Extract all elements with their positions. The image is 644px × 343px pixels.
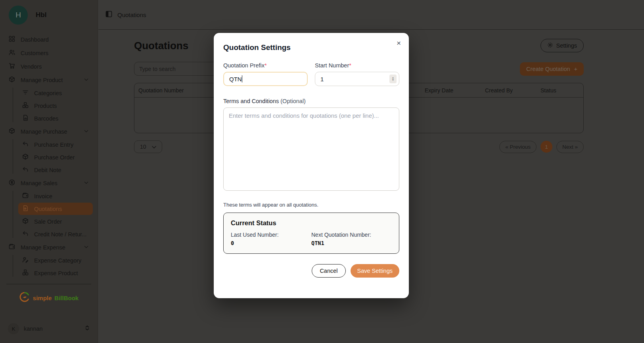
start-number-input[interactable]	[315, 72, 399, 86]
terms-helper-text: These terms will appear on all quotation…	[223, 202, 399, 208]
text-cursor	[242, 75, 242, 82]
last-used-number-label: Last Used Number:	[231, 232, 311, 238]
next-quotation-number-value: QTN1	[311, 240, 392, 246]
number-stepper[interactable]: ▲▼	[389, 75, 397, 83]
quotation-prefix-label: Quotation Prefix*	[223, 62, 308, 69]
current-status-title: Current Status	[231, 219, 392, 227]
close-icon[interactable]: ×	[395, 38, 402, 48]
optional-hint: (Optional)	[280, 98, 306, 104]
modal-title: Quotation Settings	[223, 43, 399, 52]
required-asterisk: *	[349, 62, 351, 69]
save-settings-button[interactable]: Save Settings	[351, 264, 399, 278]
terms-label: Terms and Conditions (Optional)	[223, 98, 399, 104]
required-asterisk: *	[264, 62, 267, 69]
start-number-label: Start Number*	[315, 62, 399, 69]
current-status-card: Current Status Last Used Number: 0 Next …	[223, 213, 399, 254]
last-used-number-value: 0	[231, 240, 311, 246]
cancel-button[interactable]: Cancel	[312, 264, 345, 278]
quotation-settings-modal: × Quotation Settings Quotation Prefix* S…	[214, 33, 409, 298]
terms-textarea[interactable]	[223, 107, 399, 191]
quotation-prefix-input[interactable]	[223, 72, 308, 86]
next-quotation-number-label: Next Quotation Number:	[311, 232, 392, 238]
